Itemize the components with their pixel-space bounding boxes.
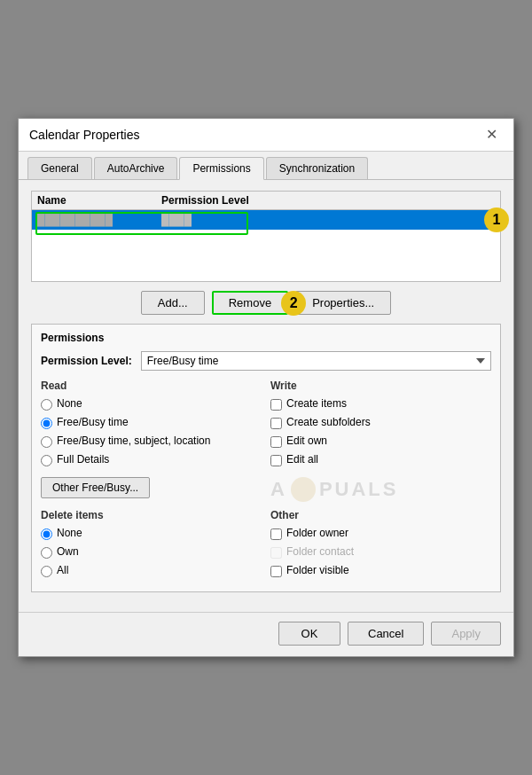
permission-level-select[interactable]: Free/Busy time None Contributor Reviewer… xyxy=(141,351,491,371)
tab-general[interactable]: General xyxy=(27,157,92,179)
delete-none: None xyxy=(41,527,262,540)
write-createsubfolders-label: Create subfolders xyxy=(286,416,371,428)
col-level-header: Permission Level xyxy=(161,194,495,207)
delete-all-radio[interactable] xyxy=(41,566,52,577)
action-buttons: Add... Remove 2 Properties... xyxy=(31,291,501,315)
watermark-text: A PUALS xyxy=(270,477,491,502)
other-title: Other xyxy=(270,509,491,521)
write-editown-label: Edit own xyxy=(286,434,327,447)
read-title: Read xyxy=(41,380,262,392)
read-freebusy-radio[interactable] xyxy=(41,418,52,429)
read-fulldetails-radio[interactable] xyxy=(41,455,52,466)
other-folderowner-label: Folder owner xyxy=(286,527,348,539)
close-button[interactable]: ✕ xyxy=(481,126,503,144)
delete-none-label: None xyxy=(57,527,82,539)
other-foldervisible-check[interactable] xyxy=(270,566,282,577)
write-title: Write xyxy=(270,380,491,392)
write-createsubfolders: Create subfolders xyxy=(270,416,491,429)
write-createitems-check[interactable] xyxy=(270,399,282,411)
permission-level-label: Permission Level: xyxy=(41,355,132,367)
other-foldercontact: Folder contact xyxy=(270,545,491,559)
add-button[interactable]: Add... xyxy=(141,291,205,315)
delete-own: Own xyxy=(41,545,262,559)
dialog-title: Calendar Properties xyxy=(29,128,140,142)
read-freebusysubject-radio[interactable] xyxy=(41,436,52,448)
calendar-properties-dialog: Calendar Properties ✕ General AutoArchiv… xyxy=(18,118,514,657)
other-freebusy-button[interactable]: Other Free/Busy... xyxy=(41,477,150,498)
permissions-group: Permissions Permission Level: Free/Busy … xyxy=(31,324,501,592)
col-name-header: Name xyxy=(37,194,161,207)
dialog-content: Name Permission Level ██████████ ████ 1 … xyxy=(19,180,513,612)
other-column: Other Folder owner Folder contact Folder… xyxy=(270,509,491,583)
perm-delete-other: Delete items None Own All xyxy=(41,502,491,583)
other-foldercontact-check xyxy=(270,547,282,559)
write-editown: Edit own xyxy=(270,434,491,448)
other-foldercontact-label: Folder contact xyxy=(286,545,354,558)
permission-level-row: Permission Level: Free/Busy time None Co… xyxy=(41,351,491,371)
write-editall: Edit all xyxy=(270,453,491,466)
table-header: Name Permission Level xyxy=(32,192,500,210)
tab-synchronization[interactable]: Synchronization xyxy=(266,157,368,179)
ok-button[interactable]: OK xyxy=(278,622,340,646)
table-empty xyxy=(32,230,500,274)
read-column: Read None Free/Busy time Free/Busy time,… xyxy=(41,380,262,502)
step1-badge: 1 xyxy=(484,207,509,232)
delete-none-radio[interactable] xyxy=(41,528,52,540)
remove-wrapper: Remove 2 xyxy=(212,291,288,315)
cancel-button[interactable]: Cancel xyxy=(348,622,424,646)
read-none: None xyxy=(41,397,262,411)
row-level: ████ xyxy=(161,214,495,226)
other-folderowner: Folder owner xyxy=(270,527,491,540)
tab-autoarchive[interactable]: AutoArchive xyxy=(94,157,178,179)
delete-own-label: Own xyxy=(57,545,79,558)
table-row[interactable]: ██████████ ████ 1 xyxy=(32,210,500,230)
read-freebusy: Free/Busy time xyxy=(41,416,262,429)
watermark-logo xyxy=(291,477,316,502)
read-fulldetails: Full Details xyxy=(41,453,262,466)
delete-own-radio[interactable] xyxy=(41,547,52,559)
read-freebusy-label: Free/Busy time xyxy=(57,416,129,428)
perm-read-write: Read None Free/Busy time Free/Busy time,… xyxy=(41,380,491,502)
other-foldervisible: Folder visible xyxy=(270,564,491,577)
properties-button[interactable]: Properties... xyxy=(295,291,391,315)
read-none-label: None xyxy=(57,397,82,410)
delete-title: Delete items xyxy=(41,509,262,521)
write-column: Write Create items Create subfolders Edi… xyxy=(270,380,491,502)
tab-permissions[interactable]: Permissions xyxy=(179,157,263,180)
delete-all: All xyxy=(41,564,262,577)
write-createsubfolders-check[interactable] xyxy=(270,418,282,429)
row-name: ██████████ xyxy=(37,214,161,226)
read-fulldetails-label: Full Details xyxy=(57,453,109,466)
remove-button[interactable]: Remove xyxy=(212,291,288,315)
write-createitems: Create items xyxy=(270,397,491,411)
permissions-group-title: Permissions xyxy=(41,332,491,344)
delete-all-label: All xyxy=(57,564,68,576)
apply-button[interactable]: Apply xyxy=(431,622,501,646)
other-folderowner-check[interactable] xyxy=(270,528,282,540)
step2-badge: 2 xyxy=(281,291,306,316)
write-editall-label: Edit all xyxy=(286,453,318,466)
read-freebusysubject-label: Free/Busy time, subject, location xyxy=(57,434,210,447)
read-none-radio[interactable] xyxy=(41,399,52,411)
write-createitems-label: Create items xyxy=(286,397,347,410)
read-freebusysubject: Free/Busy time, subject, location xyxy=(41,434,262,448)
delete-column: Delete items None Own All xyxy=(41,509,262,583)
watermark-area: A PUALS xyxy=(270,477,491,502)
title-bar: Calendar Properties ✕ xyxy=(19,119,513,152)
user-table: Name Permission Level ██████████ ████ 1 xyxy=(31,191,501,282)
write-editown-check[interactable] xyxy=(270,436,282,448)
tab-bar: General AutoArchive Permissions Synchron… xyxy=(19,152,513,180)
table-body: ██████████ ████ 1 xyxy=(32,210,500,281)
write-editall-check[interactable] xyxy=(270,455,282,466)
bottom-buttons: OK Cancel Apply xyxy=(19,612,513,656)
other-foldervisible-label: Folder visible xyxy=(286,564,349,576)
